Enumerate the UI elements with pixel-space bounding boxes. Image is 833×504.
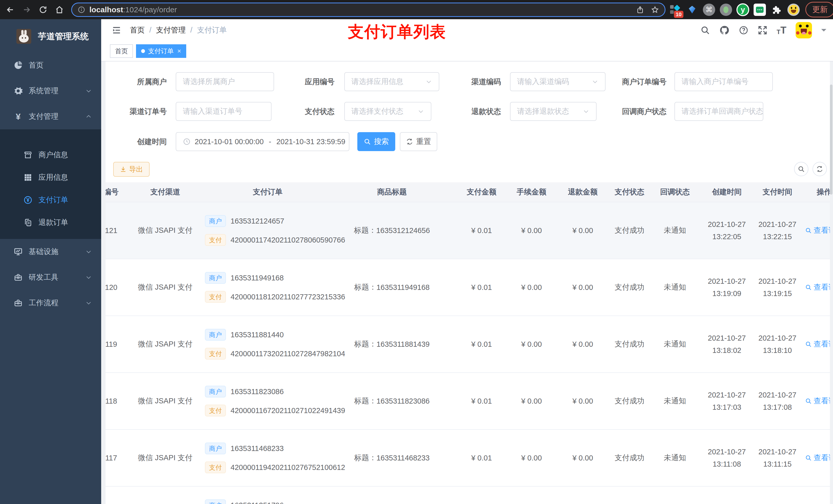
breadcrumb-home[interactable]: 首页 (130, 25, 145, 35)
extension-gem-icon[interactable] (685, 3, 699, 17)
sidebar-item-workflow[interactable]: 工作流程 (0, 290, 101, 316)
download-icon (120, 166, 126, 173)
extension-dot-icon[interactable] (719, 3, 733, 17)
date-range-input[interactable]: 2021-10-01 00:00:00 - 2021-10-31 23:59:5… (176, 132, 349, 151)
sidebar-item-pay-order[interactable]: 支付订单 (0, 189, 101, 211)
filter-select[interactable]: 请选择支付状态 (344, 102, 431, 121)
extension-chat-icon[interactable] (753, 3, 767, 17)
order-id: 119 (105, 316, 125, 373)
pay-tag: 支付 (205, 291, 226, 303)
breadcrumb-pay-manage[interactable]: 支付管理 (156, 25, 186, 35)
dashboard-icon (13, 61, 24, 70)
table-row[interactable]: 120 微信 JSAPI 支付 商户1635311949168 支付420000… (105, 259, 830, 316)
pay-amount (453, 486, 510, 504)
url-bar[interactable]: localhost:1024/pay/order (71, 3, 665, 17)
sidebar-item-devtools[interactable]: 研发工具 (0, 265, 101, 290)
profile-avatar-icon[interactable] (786, 3, 801, 17)
sidebar-item-merchant-info[interactable]: 商户信息 (0, 144, 101, 166)
table-row[interactable]: 119 微信 JSAPI 支付 商户1635311881440 支付420000… (105, 316, 830, 373)
browser-chrome: localhost:1024/pay/order 10 ⌘ y 更新 ⋮ (0, 0, 833, 19)
sidebar-item-home[interactable]: 首页 (0, 52, 101, 78)
forward-button[interactable] (21, 4, 33, 16)
tab-home[interactable]: 首页 (110, 44, 133, 58)
pay-amount: ¥ 0.01 (453, 373, 510, 429)
annotation-title: 支付订单列表 (348, 21, 446, 43)
pay-status: 支付成功 (612, 202, 647, 259)
sidebar-item-system[interactable]: 系统管理 (0, 78, 101, 104)
sidebar-toggle-icon[interactable] (112, 25, 122, 35)
view-detail-link[interactable]: 查看详情 (804, 373, 830, 429)
table-row[interactable]: 商户1635311351796 支付 (105, 486, 830, 504)
view-detail-link[interactable]: 查看详情 (804, 316, 830, 373)
table-row[interactable]: 117 微信 JSAPI 支付 商户1635311468233 支付420000… (105, 430, 830, 486)
close-icon[interactable]: × (177, 47, 181, 55)
merchant-tag: 商户 (205, 442, 226, 454)
fullscreen-icon[interactable] (758, 25, 767, 35)
export-button[interactable]: 导出 (113, 162, 149, 177)
extension-grid-icon[interactable]: 10 (668, 3, 682, 17)
search-button[interactable]: 搜索 (357, 132, 395, 151)
view-detail-link[interactable] (804, 486, 830, 504)
user-avatar[interactable] (795, 22, 812, 39)
reload-button[interactable] (37, 4, 49, 16)
font-size-icon[interactable]: TT (777, 25, 786, 35)
extensions-puzzle-icon[interactable] (769, 3, 784, 17)
chevron-down-icon (592, 78, 598, 85)
sidebar-item-app-info[interactable]: 应用信息 (0, 166, 101, 189)
pay-order-cell: 商户1635311823086 支付4200001167202110271022… (205, 373, 330, 429)
filter-input[interactable]: 请输入商户订单编号 (674, 72, 773, 91)
filter-input[interactable]: 请选择所属商户 (176, 72, 274, 91)
merchant-tag: 商户 (205, 215, 226, 227)
sidebar-item-infra[interactable]: 基础设施 (0, 239, 101, 265)
column-header: 操作 (804, 187, 830, 197)
fee-amount: ¥ 0.00 (510, 316, 553, 373)
notify-status: 未通知 (647, 316, 703, 373)
reset-button[interactable]: 重置 (400, 132, 437, 151)
notify-status (647, 486, 703, 504)
filter-input[interactable]: 请输入渠道订单号 (176, 102, 271, 121)
table-row[interactable]: 118 微信 JSAPI 支付 商户1635311823086 支付420000… (105, 373, 830, 430)
column-header: 创建时间 (703, 187, 751, 197)
table-row[interactable]: 121 微信 JSAPI 支付 商户1635312124657 支付420000… (105, 202, 830, 259)
help-icon[interactable] (739, 25, 748, 35)
site-info-icon[interactable] (78, 6, 85, 14)
scrollbar-thumb[interactable] (830, 85, 832, 195)
sidebar-item-pay[interactable]: ¥ 支付管理 (0, 104, 101, 129)
pay-amount: ¥ 0.01 (453, 430, 510, 486)
filter-select[interactable]: 请选择应用信息 (344, 72, 439, 91)
chevron-down-icon (426, 78, 432, 85)
view-detail-link[interactable]: 查看详情 (804, 202, 830, 259)
sidebar-item-refund-order[interactable]: 退款订单 (0, 211, 101, 234)
pay-channel: 微信 JSAPI 支付 (125, 430, 205, 486)
order-id: 118 (105, 373, 125, 429)
toggle-search-button[interactable] (794, 162, 808, 176)
refresh-table-button[interactable] (812, 162, 827, 176)
view-detail-link[interactable]: 查看详情 (804, 430, 830, 486)
search-icon[interactable] (700, 25, 710, 35)
bookmark-star-icon[interactable] (651, 6, 659, 14)
refund-amount (553, 486, 612, 504)
github-icon[interactable] (719, 25, 730, 35)
extension-y-icon[interactable]: y (736, 3, 750, 17)
avatar-caret-icon[interactable] (821, 29, 826, 34)
filter-select[interactable]: 请输入渠道编码 (510, 72, 605, 91)
share-icon[interactable] (636, 6, 644, 14)
create-time: 2021-10-2713:11:08 (703, 430, 751, 486)
column-header: 回调状态 (647, 187, 703, 197)
app-logo-row[interactable]: 芋道管理系统 (0, 19, 101, 49)
search-icon (364, 138, 371, 145)
date-end: 2021-10-31 23:59:59 (277, 138, 345, 146)
home-button[interactable] (53, 4, 66, 16)
view-detail-link[interactable]: 查看详情 (804, 259, 830, 315)
notify-status: 未通知 (647, 430, 703, 486)
back-button[interactable] (4, 4, 16, 16)
column-header: 退款金额 (553, 187, 612, 197)
pay-channel: 微信 JSAPI 支付 (125, 202, 205, 259)
order-id: 121 (105, 202, 125, 259)
filter-select[interactable]: 请选择退款状态 (510, 102, 597, 121)
filter-select[interactable]: 请选择订单回调商户状态 (674, 102, 763, 121)
extension-command-icon[interactable]: ⌘ (702, 3, 716, 17)
update-button[interactable]: 更新 (805, 2, 833, 18)
magnifier-icon (805, 455, 812, 461)
tab-pay-order[interactable]: 支付订单 × (136, 44, 186, 58)
